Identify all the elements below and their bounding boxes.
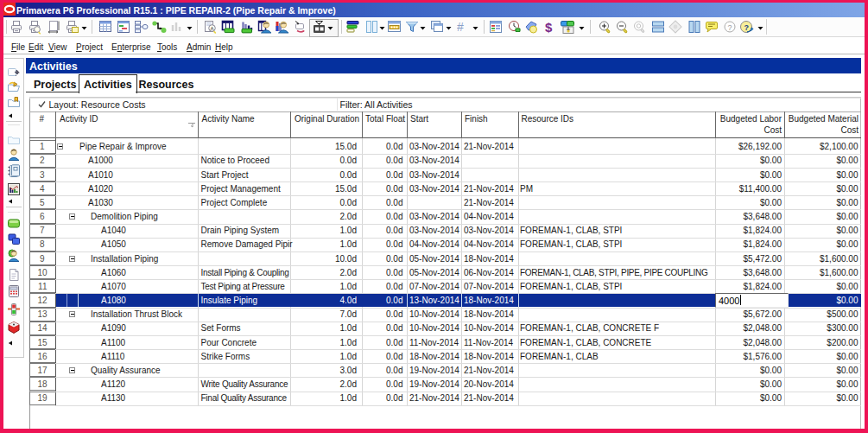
svg-text:$: $ [545,20,553,35]
svg-text:?: ? [728,23,732,32]
svg-text:?: ? [744,23,750,32]
svg-text:#: # [457,20,464,34]
svg-text:A: A [211,26,214,31]
